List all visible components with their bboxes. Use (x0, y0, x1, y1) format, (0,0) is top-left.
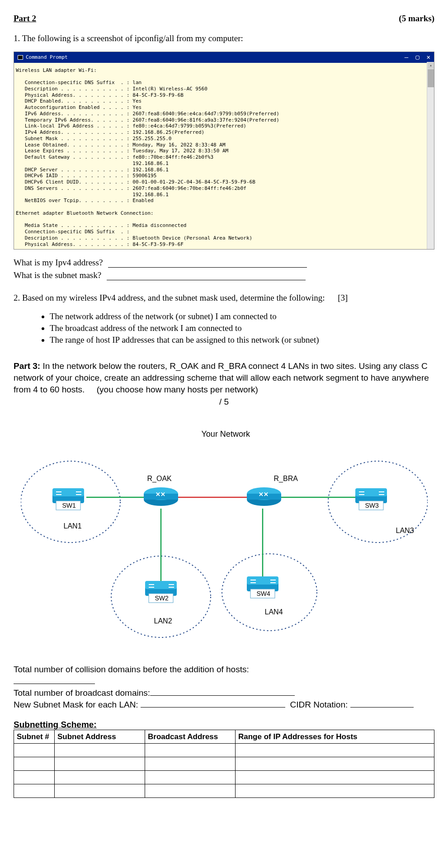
maximize-icon[interactable]: ▢ (415, 53, 419, 61)
q1a-label: What is my Ipv4 address? (14, 258, 103, 268)
terminal-output: Wireless LAN adapter Wi-Fi: Connection-s… (14, 63, 434, 250)
q1b-label: What is the subnet mask? (14, 270, 101, 280)
table-row (14, 744, 434, 757)
cidr-blank[interactable] (350, 707, 414, 708)
network-diagram: ✕✕ ✕✕ (21, 420, 428, 651)
label-rbra: R_BRA (274, 475, 298, 483)
bcast-blank[interactable] (150, 695, 295, 696)
scrollbar[interactable]: ▴ (427, 62, 434, 249)
diagram-title: Your Network (202, 429, 250, 439)
table-row (14, 771, 434, 784)
table-row (14, 784, 434, 798)
q2-bullets: The network address of the network (or s… (32, 311, 434, 345)
th-bcast: Broadcast Address (145, 730, 236, 744)
th-subnet: Subnet # (14, 730, 55, 744)
coll-blank[interactable] (14, 684, 95, 684)
label-lan4: LAN4 (265, 608, 283, 616)
part3-label: Part 3: (14, 361, 40, 371)
window-title: Command Prompt (26, 54, 68, 61)
part3-score: / 5 (14, 397, 434, 407)
command-prompt-window: Command Prompt — ▢ ✕ Wireless LAN adapte… (14, 52, 434, 250)
q2-points: [3] (338, 293, 348, 302)
q1a-row: What is my Ipv4 address? (14, 258, 434, 268)
table-row (14, 757, 434, 771)
mask-label: New Subnet Mask for each LAN: (14, 700, 138, 709)
part-label: Part 2 (14, 14, 36, 24)
cmd-icon (18, 55, 23, 60)
minimize-icon[interactable]: — (405, 53, 408, 61)
q1-intro: 1. The following is a screenshot of ipco… (14, 33, 434, 43)
q2-b3: The range of host IP addresses that can … (50, 335, 434, 345)
q2-b2: The broadcast address of the network I a… (50, 323, 434, 333)
q2-b1: The network address of the network (or s… (50, 311, 434, 321)
part3-intro: Part 3: In the network below the routers… (14, 360, 434, 395)
q1b-blank[interactable] (107, 271, 306, 280)
q1a-blank[interactable] (108, 258, 307, 268)
router-bra-icon: ✕✕ (247, 487, 281, 506)
label-roak: R_OAK (147, 475, 172, 483)
scroll-up-icon[interactable]: ▴ (428, 62, 434, 69)
mask-blank[interactable] (141, 707, 285, 708)
label-sw2: SW2 (155, 594, 169, 602)
q1b-row: What is the subnet mask? (14, 270, 434, 280)
th-range: Range of IP Addresses for Hosts (236, 730, 434, 744)
q2-intro: 2. Based on my wireless IPv4 address, an… (14, 293, 434, 303)
bcast-label: Total number of broadcast domains: (14, 688, 150, 698)
coll-label: Total number of collision domains before… (14, 665, 249, 674)
scheme-title: Subnetting Scheme: (14, 720, 434, 730)
router-oak-icon: ✕✕ (144, 487, 178, 506)
label-lan1: LAN1 (64, 522, 82, 530)
window-titlebar: Command Prompt — ▢ ✕ (14, 52, 434, 63)
subnet-table: Subnet # Subnet Address Broadcast Addres… (14, 730, 434, 798)
label-lan3: LAN3 (396, 527, 414, 535)
cidr-label: CIDR Notation: (290, 700, 348, 709)
part3-questions: Total number of collision domains before… (14, 665, 434, 710)
part2-header: Part 2 (5 marks) (14, 14, 434, 24)
th-addr: Subnet Address (55, 730, 145, 744)
svg-text:✕✕: ✕✕ (156, 491, 165, 498)
svg-text:✕✕: ✕✕ (259, 491, 269, 498)
label-sw4: SW4 (257, 590, 270, 597)
label-sw1: SW1 (62, 502, 76, 509)
close-icon[interactable]: ✕ (427, 53, 430, 61)
scroll-thumb[interactable] (428, 69, 434, 87)
label-sw3: SW3 (365, 502, 379, 509)
label-lan2: LAN2 (154, 617, 172, 625)
marks-label: (5 marks) (399, 14, 434, 24)
